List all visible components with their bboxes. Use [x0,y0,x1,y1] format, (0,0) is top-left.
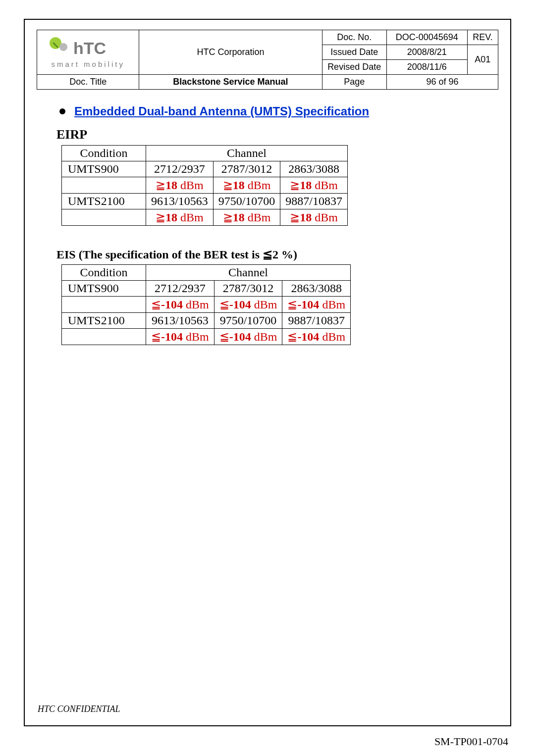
corp-name: HTC Corporation [139,30,322,75]
eirp-ch-0-2: 2863/3088 [280,161,348,177]
eirp-val-0-1: ≧18 dBm [213,177,280,194]
doc-no-value: DOC-00045694 [386,30,467,45]
eirp-val-0-2: ≧18 dBm [280,177,348,194]
eis-val-0-0: ≦-104 dBm [146,297,214,313]
eirp-val-1-1: ≧18 dBm [213,209,280,226]
issued-date-label: Issued Date [322,45,386,60]
eis-band-0: UMTS900 [62,281,146,297]
eis-blank-1 [62,329,146,345]
svg-point-1 [59,43,67,51]
eirp-band-0: UMTS900 [62,161,146,177]
eirp-val-1-0: ≧18 dBm [146,209,214,226]
eis-val-0-1: ≦-104 dBm [214,297,282,313]
eirp-channel-header: Channel [146,146,348,161]
eirp-ch-0-1: 2787/3012 [213,161,280,177]
document-header-table: hTC smart mobility HTC Corporation Doc. … [37,30,498,90]
issued-date-value: 2008/8/21 [386,45,467,60]
revised-date-label: Revised Date [322,60,386,75]
rev-value: A01 [467,45,498,75]
eirp-val-1-2: ≧18 dBm [280,209,348,226]
eis-condition-header: Condition [62,265,146,281]
eirp-condition-header: Condition [62,146,146,161]
doc-no-label: Doc. No. [322,30,386,45]
eirp-ch-1-2: 9887/10837 [280,194,348,209]
eis-val-1-0: ≦-104 dBm [146,329,214,345]
eirp-ch-1-0: 9613/10563 [146,194,214,209]
bullet-icon [59,108,65,114]
eis-ch-1-2: 9887/10837 [282,313,351,329]
doc-title-label: Doc. Title [37,75,139,90]
eis-channel-header: Channel [146,265,351,281]
logo-word: hTC [73,39,106,57]
htc-logo-icon: hTC [49,36,128,59]
section-bullet-line: Embedded Dual-band Antenna (UMTS) Specif… [59,104,488,118]
eis-ch-0-0: 2712/2937 [146,281,214,297]
page-value: 96 of 96 [386,75,498,90]
eis-val-1-2: ≦-104 dBm [282,329,351,345]
eis-band-1: UMTS2100 [62,313,146,329]
eis-heading: EIS (The specification of the BER test i… [56,248,488,261]
eis-ch-0-2: 2863/3088 [282,281,351,297]
rev-label: REV. [467,30,498,45]
eirp-band-1: UMTS2100 [62,194,146,209]
eirp-ch-0-0: 2712/2937 [146,161,214,177]
eirp-blank-1 [62,209,146,226]
doc-title-value: Blackstone Service Manual [139,75,322,90]
logo-tagline: smart mobility [51,60,125,68]
revised-date-value: 2008/11/6 [386,60,467,75]
page-label: Page [322,75,386,90]
eis-blank-0 [62,297,146,313]
eis-table: Condition Channel UMTS900 2712/2937 2787… [61,264,351,345]
content-area: Embedded Dual-band Antenna (UMTS) Specif… [37,90,498,345]
eirp-table: Condition Channel UMTS900 2712/2937 2787… [61,145,348,226]
eis-ch-1-1: 9750/10700 [214,313,282,329]
form-code-footer: SM-TP001-0704 [434,735,508,748]
eis-ch-1-0: 9613/10563 [146,313,214,329]
confidential-footer: HTC CONFIDENTIAL [38,704,120,714]
eirp-heading: EIRP [56,127,488,142]
eis-ch-0-1: 2787/3012 [214,281,282,297]
eis-val-0-2: ≦-104 dBm [282,297,351,313]
logo-cell: hTC smart mobility [37,30,139,75]
eirp-blank-0 [62,177,146,194]
section-link[interactable]: Embedded Dual-band Antenna (UMTS) Specif… [74,104,369,118]
eirp-ch-1-1: 9750/10700 [213,194,280,209]
page-frame: hTC smart mobility HTC Corporation Doc. … [24,19,511,726]
eis-val-1-1: ≦-104 dBm [214,329,282,345]
eirp-val-0-0: ≧18 dBm [146,177,214,194]
